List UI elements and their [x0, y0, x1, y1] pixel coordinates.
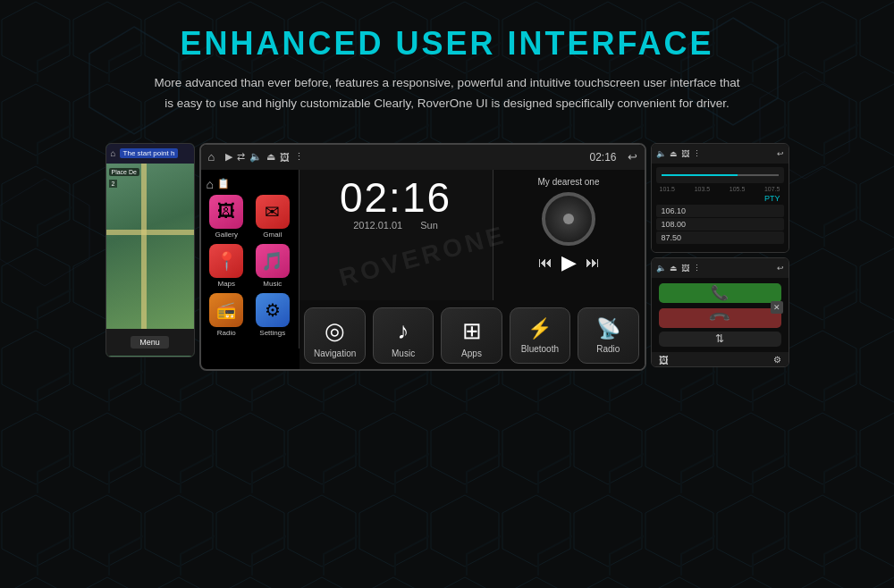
music-song-title: My dearest one	[538, 177, 600, 187]
main-topbar-time: 02:16	[589, 151, 616, 164]
app-grid-list-icon: 📋	[217, 178, 230, 189]
music-album-art	[542, 192, 595, 246]
app-item-maps[interactable]: 📍 Maps	[207, 244, 248, 288]
main-topbar: ⌂ ▶ ⇄ 🔈 ⏏ 🖼 ⋮ 02:16 ↩	[201, 145, 645, 170]
day-text: Sun	[420, 220, 438, 231]
app-item-settings[interactable]: ⚙ Settings	[252, 293, 293, 337]
nav-icon: ◎	[325, 317, 345, 345]
apps-button[interactable]: ⊞ Apps	[441, 307, 502, 364]
radio-icon-box: 📻	[209, 293, 243, 327]
phone-decline-button[interactable]: 📞	[659, 308, 781, 328]
apps-label: Apps	[461, 349, 482, 358]
radio-topbar-menu-icon: ⋮	[693, 149, 701, 158]
radio-label: Radio	[217, 329, 236, 337]
map-screen: ⌂ The start point h Place De 2 Menu	[105, 143, 195, 357]
radio-topbar: 🔈 ⏏ 🖼 ⋮ ↩	[652, 144, 789, 164]
main-back-icon[interactable]: ↩	[628, 150, 637, 164]
date-text: 2012.01.01	[353, 220, 402, 231]
radio-button[interactable]: 📡 Radio	[578, 307, 638, 364]
music-nav-button[interactable]: ♪ Music	[373, 307, 434, 364]
radio-topbar-eject-icon: ⏏	[670, 149, 678, 158]
radio-pty-label: PTY	[656, 194, 784, 203]
nav-button[interactable]: ◎ Navigation	[304, 307, 365, 364]
nav-label: Navigation	[314, 349, 356, 358]
map-menu-button[interactable]: Menu	[131, 336, 169, 349]
settings-label: Settings	[259, 329, 285, 337]
phone-swap-button[interactable]: ⇅	[659, 332, 781, 347]
topbar-swap-icon: ⇄	[237, 151, 245, 163]
radio-station-2[interactable]: 108.00	[656, 218, 784, 231]
gmail-label: Gmail	[263, 231, 282, 239]
map-road-vertical	[141, 164, 147, 329]
topbar-icons: ▶ ⇄ 🔈 ⏏ 🖼 ⋮	[225, 151, 304, 163]
bluetooth-icon: ⚡	[527, 317, 552, 340]
phone-swap-icon: ⇅	[715, 332, 724, 345]
music-nav-label: Music	[392, 349, 415, 358]
music-nav-icon: ♪	[398, 317, 409, 345]
music-play-button[interactable]: ▶	[561, 251, 577, 274]
radio-station-1[interactable]: 106.10	[656, 205, 784, 217]
radio-freq-3: 105.5	[730, 186, 746, 192]
gmail-icon-box: ✉	[256, 195, 290, 229]
radio-freq-1: 101.5	[660, 186, 676, 192]
app-item-gmail[interactable]: ✉ Gmail	[252, 195, 293, 239]
date-display: 2012.01.01 Sun	[353, 220, 438, 231]
phone-bottom-bar: 🖼 ⚙	[652, 352, 789, 367]
radio-station-list: 106.10 108.00 87.50	[656, 205, 784, 244]
main-home-icon: ⌂	[208, 150, 215, 164]
topbar-video-icon: ▶	[225, 151, 232, 163]
map-place-label: Place De	[109, 168, 139, 176]
phone-topbar-eject-icon: ⏏	[670, 264, 678, 273]
main-icon-row: ◎ Navigation ♪ Music ⊞ Apps ⚡ Bluetooth	[299, 300, 645, 369]
app-grid-home-icon: ⌂	[207, 177, 214, 191]
phone-topbar-menu-icon: ⋮	[693, 264, 701, 273]
phone-close-button[interactable]: ✕	[771, 301, 783, 314]
radio-topbar-vol-icon: 🔈	[656, 149, 666, 158]
album-center-dot	[563, 214, 574, 224]
radio-icon: 📻	[216, 300, 236, 320]
phone-answer-icon: 📞	[711, 284, 729, 301]
phone-topbar-back-icon[interactable]: ↩	[777, 264, 784, 273]
music-icon-box: 🎵	[256, 244, 290, 278]
bluetooth-button[interactable]: ⚡ Bluetooth	[510, 307, 570, 364]
settings-icon: ⚙	[265, 299, 281, 321]
app-item-radio[interactable]: 📻 Radio	[207, 293, 248, 337]
maps-icon: 📍	[215, 250, 238, 272]
gallery-icon: 🖼	[217, 201, 235, 222]
radio-freq-4: 107.5	[764, 186, 780, 192]
phone-body: ✕ 📞 📞 ⇅	[652, 278, 789, 352]
topbar-vol-icon: 🔈	[249, 151, 262, 163]
main-screen: ROVERONE ⌂ ▶ ⇄ 🔈 ⏏ 🖼 ⋮ 02:16 ↩	[199, 143, 646, 371]
map-bottom-bar: Menu	[106, 329, 194, 356]
music-label: Music	[263, 280, 282, 288]
phone-screen: 🔈 ⏏ 🖼 ⋮ ↩ ✕ 📞 📞 ⇅	[651, 257, 789, 367]
phone-topbar: 🔈 ⏏ 🖼 ⋮ ↩	[652, 258, 789, 278]
right-screens: 🔈 ⏏ 🖼 ⋮ ↩ 101.5 103.5 105.5	[651, 143, 789, 367]
settings-icon-box: ⚙	[256, 293, 290, 327]
music-prev-button[interactable]: ⏮	[538, 255, 552, 271]
phone-bottom-gear[interactable]: ⚙	[773, 355, 781, 365]
topbar-eject-icon: ⏏	[266, 151, 275, 163]
app-item-gallery[interactable]: 🖼 Gallery	[207, 195, 248, 239]
radio-station-3[interactable]: 87.50	[656, 231, 784, 244]
phone-answer-button[interactable]: 📞	[659, 283, 781, 303]
topbar-menu-icon: ⋮	[294, 151, 304, 163]
app-item-music[interactable]: 🎵 Music	[252, 244, 293, 288]
phone-topbar-img-icon: 🖼	[681, 264, 689, 273]
gallery-icon-box: 🖼	[209, 195, 243, 229]
header-section: ENHANCED USER INTERFACE More advanced th…	[0, 0, 894, 123]
radio-tick-labels: 101.5 103.5 105.5 107.5	[656, 186, 784, 192]
map-home-icon: ⌂	[111, 148, 116, 158]
radio-topbar-back-icon[interactable]: ↩	[777, 149, 784, 158]
music-next-button[interactable]: ⏭	[586, 255, 600, 271]
gmail-icon: ✉	[265, 201, 280, 223]
header-description: More advanced than ever before, features…	[152, 73, 742, 114]
radio-slider-fill	[662, 174, 738, 176]
gallery-label: Gallery	[215, 231, 238, 239]
app-grid: 🖼 Gallery ✉ Gmail	[207, 195, 293, 337]
radio-slider-track	[662, 174, 779, 176]
radio-body: 101.5 103.5 105.5 107.5 PTY 106.10 108.0…	[652, 164, 789, 253]
radio-topbar-img-icon: 🖼	[681, 149, 689, 158]
maps-icon-box: 📍	[209, 244, 243, 278]
radio-freq-2: 103.5	[695, 186, 711, 192]
